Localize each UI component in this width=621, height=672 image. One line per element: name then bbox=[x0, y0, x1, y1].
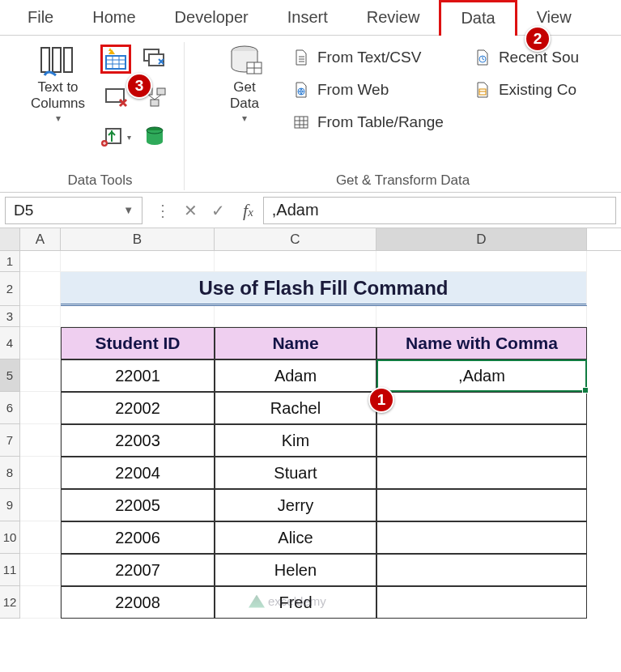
row-header[interactable]: 6 bbox=[0, 392, 20, 424]
header-name-comma[interactable]: Name with Comma bbox=[376, 327, 587, 359]
active-cell[interactable]: ,Adam bbox=[376, 359, 587, 392]
manage-data-model-button[interactable] bbox=[139, 122, 170, 151]
row-header[interactable]: 5 bbox=[0, 359, 20, 392]
table-cell[interactable]: 22008 bbox=[61, 586, 215, 619]
cell[interactable] bbox=[20, 251, 61, 272]
table-cell[interactable] bbox=[376, 554, 587, 586]
row-header[interactable]: 1 bbox=[0, 251, 20, 272]
cell[interactable] bbox=[20, 521, 61, 554]
row-header[interactable]: 3 bbox=[0, 306, 20, 327]
table-cell[interactable] bbox=[376, 586, 587, 619]
table-cell[interactable]: 22001 bbox=[61, 359, 215, 392]
table-cell[interactable]: Alice bbox=[215, 521, 376, 554]
text-to-columns-label: Text to Columns bbox=[31, 79, 85, 111]
file-web-icon bbox=[291, 81, 311, 99]
svg-line-14 bbox=[148, 95, 155, 100]
cell[interactable] bbox=[20, 457, 61, 489]
flash-fill-button[interactable] bbox=[100, 45, 131, 74]
select-all-corner[interactable] bbox=[0, 228, 20, 250]
table-cell[interactable]: Rachel bbox=[215, 392, 376, 424]
formula-value: ,Adam bbox=[272, 201, 319, 219]
from-table-range-button[interactable]: From Table/Range bbox=[287, 110, 449, 134]
file-text-icon bbox=[291, 49, 311, 66]
table-cell[interactable]: Kim bbox=[215, 424, 376, 457]
row-header[interactable]: 11 bbox=[0, 554, 20, 586]
cell[interactable] bbox=[20, 327, 61, 359]
table-cell[interactable]: Jerry bbox=[215, 489, 376, 521]
svg-rect-12 bbox=[157, 88, 165, 95]
recent-icon bbox=[473, 49, 492, 66]
tab-data[interactable]: Data bbox=[439, 0, 517, 36]
get-data-button[interactable]: Get Data ▾ bbox=[222, 42, 267, 125]
table-cell[interactable] bbox=[376, 489, 587, 521]
cell[interactable] bbox=[20, 306, 61, 327]
table-cell[interactable] bbox=[376, 457, 587, 489]
watermark-icon bbox=[249, 595, 265, 608]
formula-input[interactable]: ,Adam bbox=[263, 197, 616, 224]
remove-duplicates-button[interactable] bbox=[139, 45, 170, 74]
recent-sources-button[interactable]: Recent Sou bbox=[468, 45, 584, 70]
tab-developer[interactable]: Developer bbox=[155, 2, 268, 35]
existing-connections-button[interactable]: Existing Co bbox=[468, 78, 584, 102]
cell[interactable] bbox=[61, 306, 215, 327]
cell[interactable] bbox=[20, 554, 61, 586]
enter-formula-button[interactable]: ✓ bbox=[207, 201, 228, 220]
cell[interactable] bbox=[20, 359, 61, 392]
cell[interactable] bbox=[20, 272, 61, 306]
table-cell[interactable]: 22003 bbox=[61, 424, 215, 457]
from-text-label: From Text/CSV bbox=[317, 49, 421, 66]
svg-rect-0 bbox=[41, 48, 49, 72]
cell[interactable] bbox=[20, 392, 61, 424]
table-cell[interactable]: Helen bbox=[215, 554, 376, 586]
watermark: exceldemy bbox=[249, 594, 326, 608]
table-cell[interactable] bbox=[376, 424, 587, 457]
text-to-columns-button[interactable]: Text to Columns ▾ bbox=[28, 42, 88, 125]
consolidate-button[interactable]: ▾ bbox=[100, 122, 131, 151]
col-header-c[interactable]: C bbox=[215, 228, 376, 250]
col-header-b[interactable]: B bbox=[61, 228, 215, 250]
table-cell[interactable] bbox=[376, 521, 587, 554]
svg-line-15 bbox=[155, 95, 161, 100]
row-header[interactable]: 12 bbox=[0, 586, 20, 619]
cell[interactable] bbox=[61, 251, 215, 272]
callout-badge-1: 1 bbox=[368, 387, 394, 413]
header-student-id[interactable]: Student ID bbox=[61, 327, 215, 359]
cancel-formula-button[interactable]: ✕ bbox=[180, 201, 201, 220]
table-cell[interactable]: Adam bbox=[215, 359, 376, 392]
row-header[interactable]: 2 bbox=[0, 272, 20, 306]
fx-icon[interactable]: fx bbox=[238, 200, 258, 221]
row-header[interactable]: 4 bbox=[0, 327, 20, 359]
table-cell[interactable]: 22002 bbox=[61, 392, 215, 424]
tab-review[interactable]: Review bbox=[347, 2, 440, 35]
cell[interactable] bbox=[376, 306, 587, 327]
table-cell[interactable]: Stuart bbox=[215, 457, 376, 489]
cell[interactable] bbox=[20, 489, 61, 521]
table-cell[interactable]: 22007 bbox=[61, 554, 215, 586]
tab-file[interactable]: File bbox=[8, 2, 73, 35]
title-cell[interactable]: Use of Flash Fill Command bbox=[61, 272, 587, 306]
table-cell[interactable] bbox=[376, 392, 587, 424]
cell[interactable] bbox=[20, 424, 61, 457]
tab-insert[interactable]: Insert bbox=[268, 2, 347, 35]
get-data-label: Get Data bbox=[230, 79, 259, 111]
from-web-button[interactable]: From Web bbox=[287, 78, 449, 102]
namebox-dropdown[interactable]: ⋮ bbox=[152, 201, 173, 220]
table-cell[interactable]: 22004 bbox=[61, 457, 215, 489]
svg-rect-9 bbox=[149, 54, 164, 66]
table-cell[interactable]: 22006 bbox=[61, 521, 215, 554]
cell[interactable] bbox=[215, 251, 376, 272]
row-header[interactable]: 9 bbox=[0, 489, 20, 521]
row-header[interactable]: 7 bbox=[0, 424, 20, 457]
row-header[interactable]: 10 bbox=[0, 521, 20, 554]
table-cell[interactable]: 22005 bbox=[61, 489, 215, 521]
cell[interactable] bbox=[376, 251, 587, 272]
cell[interactable] bbox=[20, 586, 61, 619]
cell[interactable] bbox=[215, 306, 376, 327]
col-header-a[interactable]: A bbox=[20, 228, 61, 250]
row-header[interactable]: 8 bbox=[0, 457, 20, 489]
from-text-csv-button[interactable]: From Text/CSV bbox=[287, 45, 449, 70]
col-header-d[interactable]: D bbox=[376, 228, 587, 250]
tab-home[interactable]: Home bbox=[73, 2, 155, 35]
header-name[interactable]: Name bbox=[215, 327, 376, 359]
name-box[interactable]: D5 ▼ bbox=[5, 197, 142, 224]
